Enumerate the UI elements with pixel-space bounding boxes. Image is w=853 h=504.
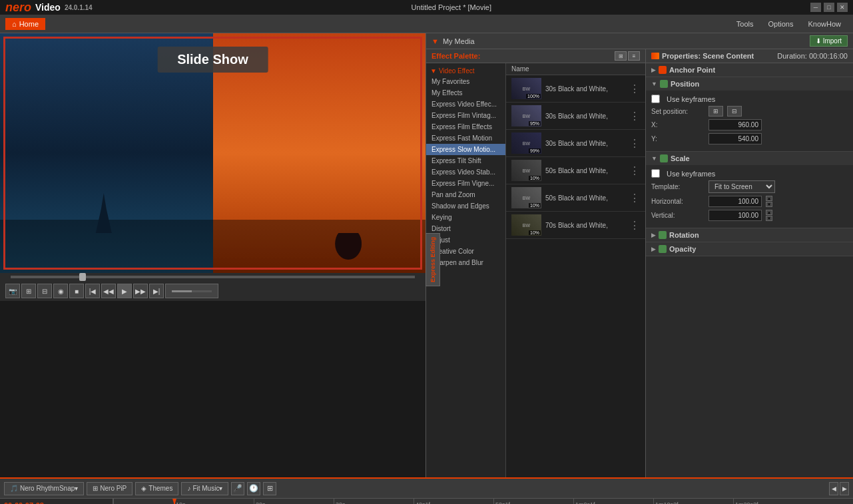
effect-drag-handle-6[interactable]: ⋮ [629,219,640,232]
volume-slider[interactable] [165,284,218,298]
cat-pan-zoom[interactable]: Pan and Zoom [426,189,505,200]
camera-btn[interactable]: 📷 [5,284,20,298]
timeline-tracks: 10s 20s 30s 40s1f 50s1f 1m0s1f 1m10s2f 1… [113,499,853,504]
title-bar: nero Video 24.0.1.14 Untitled Project * … [0,0,853,15]
prev-btn[interactable]: ◀◀ [101,284,116,298]
preview-slider-handle[interactable] [79,273,86,281]
effect-palette-content: ▼ Video Effect My Favorites My Effects E… [426,63,645,477]
cat-express-film-effects[interactable]: Express Film Effects [426,121,505,132]
x-input[interactable] [709,119,762,130]
anchor-point-header[interactable]: ▶ Anchor Point [646,63,853,77]
effect-drag-handle-4[interactable]: ⋮ [629,164,640,177]
v-down[interactable]: ▼ [766,216,772,221]
effect-drag-handle-5[interactable]: ⋮ [629,192,640,204]
cat-express-film-vintage[interactable]: Express Film Vintag... [426,110,505,121]
knowhow-menu[interactable]: KnowHow [801,17,848,31]
effect-drag-handle-2[interactable]: ⋮ [629,110,640,123]
effect-name-1: 30s Black and White, [545,85,625,93]
cat-my-favorites[interactable]: My Favorites [426,76,505,87]
cat-express-video-stab[interactable]: Express Video Stab... [426,166,505,178]
timeline-ruler: 10s 20s 30s 40s1f 50s1f 1m0s1f 1m10s2f 1… [113,499,853,504]
scale-content: Use keyframes Template: Fit to Screen Or… [646,165,853,228]
cat-shadow-edges[interactable]: Shadow and Edges [426,200,505,212]
template-select[interactable]: Fit to Screen Original Size Stretch [709,180,775,193]
effect-drag-handle-3[interactable]: ⋮ [629,137,640,150]
properties-header: Properties: Scene Content Duration: 00:0… [646,49,853,63]
effect-item-4[interactable]: BW 10% 50s Black and White, ⋮ [506,157,645,184]
restore-button[interactable]: □ [824,3,834,12]
effect-item-2[interactable]: BW 95% 30s Black and White, ⋮ [506,103,645,130]
stop-btn[interactable]: ■ [69,284,84,298]
snapshot-btn[interactable]: ◉ [53,284,68,298]
effect-percent-2: 95% [529,121,541,126]
tools-menu[interactable]: Tools [730,17,760,31]
set-position-btn1[interactable]: ⊞ [709,106,723,117]
rotation-header[interactable]: ▶ Rotation [646,228,853,242]
clock-btn[interactable]: 🕐 [247,482,260,495]
minimize-button[interactable]: ─ [810,3,821,12]
cat-express-film-vignette[interactable]: Express Film Vigne... [426,178,505,189]
cat-keying[interactable]: Keying [426,212,505,223]
h-down[interactable]: ▼ [766,202,772,207]
microphone-btn[interactable]: 🎤 [231,482,244,495]
play-btn[interactable]: ▶ [117,284,132,298]
effect-name-4: 50s Black and White, [545,167,625,174]
cat-express-video[interactable]: Express Video Effec... [426,99,505,110]
preview-slider[interactable] [11,276,415,278]
options-menu[interactable]: Options [762,17,800,31]
grid-view-icon[interactable]: ⊞ [615,51,627,61]
effect-item-1[interactable]: BW 100% 30s Black and White, ⋮ [506,75,645,103]
home-button[interactable]: ⌂ Home [5,18,45,30]
effect-thumb-5: BW 10% [511,187,541,208]
fit-music-btn[interactable]: ♪ Fit Music▾ [181,482,228,495]
opacity-header[interactable]: ▶ Opacity [646,242,853,256]
cat-express-tilt-shift[interactable]: Express Tilt Shift [426,155,505,166]
scale-keyframes-checkbox[interactable] [651,169,660,178]
y-input[interactable] [709,133,762,144]
next-btn[interactable]: ▶▶ [133,284,148,298]
nero-rhythm-snap-btn[interactable]: 🎵 Nero RhythmSnap▾ [4,482,84,495]
cat-express-fast-motion[interactable]: Express Fast Motion [426,132,505,144]
menu-bar: ⌂ Home Tools Options KnowHow [0,15,853,33]
list-view-icon[interactable]: ≡ [628,51,640,61]
main-area: Advanced Editing Slide Show 📷 ⊞ ⊟ ◉ ■ [0,33,853,477]
rotation-icon [659,231,667,239]
pos-expand-icon: ▼ [651,81,657,87]
import-label: Import [823,37,842,45]
view-btn[interactable]: ⊞ [21,284,36,298]
playhead[interactable] [174,499,175,504]
nero-pip-btn[interactable]: ⊞ Nero PiP [87,482,133,495]
effect-item-6[interactable]: BW 10% 70s Black and White, ⋮ [506,212,645,239]
tl-right-arrow[interactable]: ▶ [840,482,849,495]
effect-item-5[interactable]: BW 10% 50s Black and White, ⋮ [506,184,645,212]
effect-percent-6: 10% [529,230,541,235]
next-frame-btn[interactable]: ▶| [149,284,164,298]
cat-express-slow-motion[interactable]: Express Slow Motio... [426,144,505,155]
import-button[interactable]: ⬇ Import [810,35,848,47]
themes-btn[interactable]: ◈ Themes [135,482,178,495]
vertical-input[interactable] [709,210,762,221]
horizontal-input[interactable] [709,196,762,207]
grid-btn-tl[interactable]: ⊞ [263,482,276,495]
close-button[interactable]: ✕ [837,3,848,12]
prev-frame-btn[interactable]: |◀ [85,284,100,298]
effect-item-3[interactable]: BW 99% 30s Black and White, ⋮ [506,130,645,157]
cat-my-effects[interactable]: My Effects [426,87,505,99]
express-editing-tab[interactable]: Express Editing [426,233,440,286]
set-position-btn2[interactable]: ⊟ [727,106,742,117]
effect-thumb-1: BW 100% [511,78,541,99]
use-keyframes-checkbox[interactable] [651,95,660,103]
position-header[interactable]: ▼ Position [646,77,853,91]
effect-drag-handle-1[interactable]: ⋮ [629,83,640,95]
preview-progress[interactable] [0,273,426,281]
scale-header[interactable]: ▼ Scale [646,152,853,165]
media-title: My Media [443,37,475,45]
x-label: X: [651,121,705,128]
h-up[interactable]: ▲ [766,196,772,201]
effect-thumb-2: BW 95% [511,105,541,126]
themes-icon: ◈ [141,485,146,492]
grid-btn[interactable]: ⊟ [37,284,52,298]
v-up[interactable]: ▲ [766,210,772,215]
timeline: 🎵 Nero RhythmSnap▾ ⊞ Nero PiP ◈ Themes ♪… [0,477,853,504]
tl-left-arrow[interactable]: ◀ [829,482,838,495]
